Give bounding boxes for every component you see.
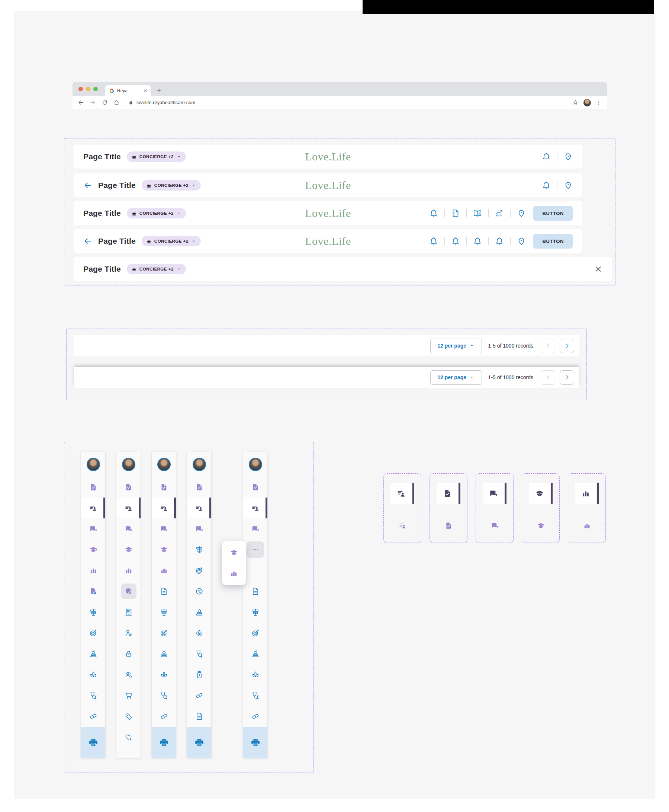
sidebar-item-printer[interactable] bbox=[187, 727, 211, 758]
sidebar-item-doc-check[interactable] bbox=[81, 477, 105, 497]
bell-icon[interactable] bbox=[542, 152, 551, 161]
sidebar-item-bar-chart[interactable] bbox=[116, 560, 141, 581]
sidebar-item-printer[interactable] bbox=[81, 727, 105, 758]
sidebar-item-stethoscope[interactable] bbox=[187, 644, 211, 664]
bell-icon[interactable] bbox=[429, 237, 438, 246]
sidebar-item-document[interactable] bbox=[152, 581, 176, 602]
bell-icon[interactable] bbox=[473, 237, 482, 246]
user-avatar[interactable] bbox=[249, 458, 262, 471]
sidebar-item-signpost[interactable] bbox=[152, 602, 176, 623]
sidebar-item-apple-books[interactable] bbox=[187, 602, 211, 623]
sidebar-item-signpost[interactable] bbox=[81, 602, 105, 623]
sidebar-item-document[interactable] bbox=[243, 581, 267, 602]
nav-item-active-grad-cap[interactable] bbox=[529, 483, 553, 504]
sidebar-item-cart[interactable] bbox=[116, 685, 141, 706]
forward-arrow-icon[interactable] bbox=[90, 99, 96, 106]
membership-badge[interactable]: CONCIERGE +2 bbox=[142, 180, 201, 190]
sidebar-item-grad-cap[interactable] bbox=[152, 539, 176, 560]
window-minimize-button[interactable] bbox=[86, 87, 90, 91]
sidebar-item-pill[interactable] bbox=[187, 685, 211, 706]
sidebar-item-signpost[interactable] bbox=[243, 602, 267, 623]
sidebar-item-chat[interactable] bbox=[152, 518, 176, 539]
header-action-button[interactable]: BUTTON bbox=[533, 206, 573, 221]
sidebar-item-list-person[interactable] bbox=[243, 497, 267, 518]
sidebar-item-pill[interactable] bbox=[81, 706, 105, 727]
nav-item-active-chat[interactable] bbox=[483, 483, 506, 504]
popup-item-bar-chart[interactable] bbox=[222, 563, 246, 584]
reload-icon[interactable] bbox=[101, 99, 108, 106]
sidebar-item-bar-chart[interactable] bbox=[81, 560, 105, 581]
sidebar-item-target[interactable] bbox=[187, 560, 211, 581]
document-list-icon[interactable] bbox=[451, 209, 460, 218]
user-avatar[interactable] bbox=[193, 458, 206, 471]
browser-tab[interactable]: Reya bbox=[105, 85, 151, 96]
sidebar-item-supplement-jar[interactable] bbox=[187, 664, 211, 685]
nav-item-default-doc-check[interactable] bbox=[445, 522, 452, 529]
nav-item-default-bar-chart[interactable] bbox=[583, 522, 591, 529]
sidebar-item-printer[interactable] bbox=[152, 727, 176, 758]
sidebar-item-chat[interactable] bbox=[81, 518, 105, 539]
bell-icon[interactable] bbox=[451, 237, 460, 246]
sidebar-item-circle-doc-check[interactable] bbox=[187, 581, 211, 602]
sidebar-item-doc-check[interactable] bbox=[187, 477, 211, 497]
new-tab-button[interactable] bbox=[156, 88, 162, 93]
sidebar-item-target[interactable] bbox=[81, 623, 105, 644]
sidebar-item-signpost[interactable] bbox=[187, 539, 211, 560]
window-zoom-button[interactable] bbox=[93, 87, 98, 91]
per-page-dropdown[interactable]: 12 per page bbox=[430, 339, 482, 353]
bell-icon[interactable] bbox=[542, 181, 551, 190]
sidebar-item-doc-check[interactable] bbox=[243, 477, 267, 497]
chart-trend-icon[interactable] bbox=[495, 209, 504, 218]
sidebar-item-stethoscope[interactable] bbox=[243, 685, 267, 706]
bookmark-star-icon[interactable] bbox=[572, 99, 579, 106]
sidebar-item-lock[interactable] bbox=[116, 644, 141, 664]
sidebar-item-apple-books[interactable] bbox=[152, 644, 176, 664]
sidebar-item-heart-plus[interactable] bbox=[116, 727, 141, 748]
sidebar-item-tag[interactable] bbox=[116, 706, 141, 727]
membership-badge[interactable]: CONCIERGE +2 bbox=[127, 264, 186, 274]
sidebar-item-list-person[interactable] bbox=[152, 497, 176, 518]
user-avatar[interactable] bbox=[157, 458, 171, 471]
per-page-dropdown[interactable]: 12 per page bbox=[430, 370, 482, 385]
sidebar-item-ellipsis[interactable] bbox=[243, 539, 267, 560]
location-pin-icon[interactable] bbox=[517, 209, 526, 218]
location-pin-icon[interactable] bbox=[564, 152, 573, 161]
sidebar-item-list-person[interactable] bbox=[116, 497, 141, 518]
sidebar-item-leaf[interactable] bbox=[81, 664, 105, 685]
sidebar-item-leaf[interactable] bbox=[152, 664, 176, 685]
sidebar-item-people[interactable] bbox=[116, 664, 141, 685]
next-page-button[interactable] bbox=[560, 339, 574, 353]
tab-close-icon[interactable] bbox=[143, 88, 148, 93]
nav-item-default-chat[interactable] bbox=[491, 522, 499, 529]
sidebar-item-target[interactable] bbox=[152, 623, 176, 644]
sidebar-item-stethoscope[interactable] bbox=[81, 685, 105, 706]
next-page-button[interactable] bbox=[560, 370, 574, 385]
sidebar-item-grad-cap[interactable] bbox=[116, 539, 141, 560]
bell-icon[interactable] bbox=[429, 209, 438, 218]
user-avatar[interactable] bbox=[122, 458, 135, 471]
sidebar-item-doc-check[interactable] bbox=[116, 477, 141, 497]
sidebar-item-doc-badge[interactable] bbox=[81, 581, 105, 602]
back-button[interactable] bbox=[83, 181, 92, 190]
sidebar-item-person-gear[interactable] bbox=[116, 623, 141, 644]
popup-item-grad-cap[interactable] bbox=[222, 542, 246, 563]
nav-item-default-grad-cap[interactable] bbox=[537, 522, 545, 529]
sidebar-item-stethoscope[interactable] bbox=[152, 685, 176, 706]
prev-page-button[interactable] bbox=[541, 370, 555, 385]
nav-item-default-list-person[interactable] bbox=[398, 522, 407, 529]
sidebar-item-chat[interactable] bbox=[243, 518, 267, 539]
sidebar-item-leaf[interactable] bbox=[187, 623, 211, 644]
home-icon[interactable] bbox=[113, 99, 120, 106]
location-pin-icon[interactable] bbox=[517, 237, 526, 246]
nav-item-active-list-person[interactable] bbox=[390, 483, 414, 504]
sidebar-item-chat[interactable] bbox=[187, 518, 211, 539]
sidebar-item-target[interactable] bbox=[243, 623, 267, 644]
sidebar-item-bar-chart[interactable] bbox=[152, 560, 176, 581]
sidebar-item-pill[interactable] bbox=[243, 706, 267, 727]
sidebar-item-apple-books[interactable] bbox=[243, 644, 267, 664]
sidebar-item-chat[interactable] bbox=[116, 518, 141, 539]
sidebar-item-apple-books[interactable] bbox=[81, 644, 105, 664]
user-avatar[interactable] bbox=[87, 458, 100, 471]
sidebar-item-shield-person[interactable] bbox=[116, 581, 141, 602]
sidebar-item-doc-check[interactable] bbox=[152, 477, 176, 497]
